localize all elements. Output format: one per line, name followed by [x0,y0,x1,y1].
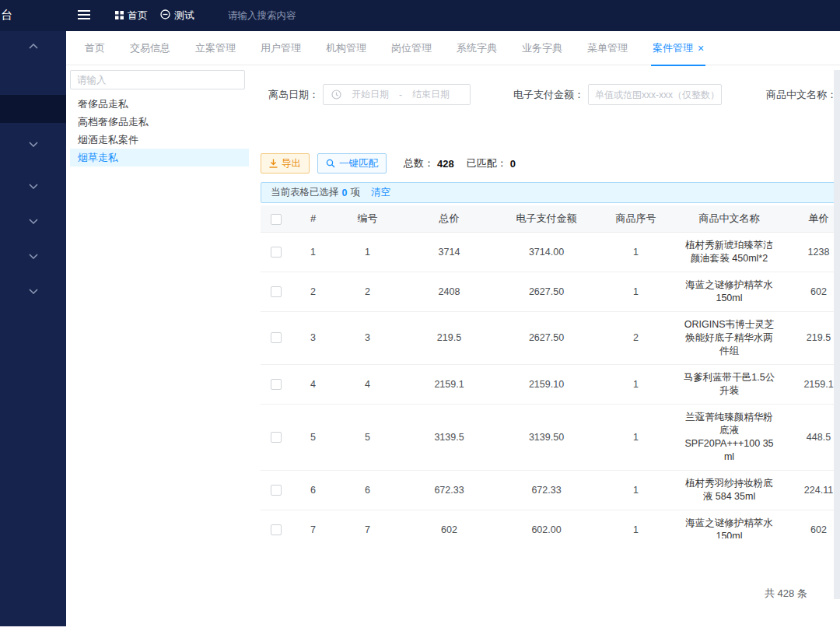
download-icon [269,159,278,168]
cell-seq: 1 [595,364,677,404]
tab-item[interactable]: 岗位管理 [379,31,444,65]
cell-epay: 602.00 [498,510,595,538]
one-click-match-button[interactable]: 一键匹配 [317,153,387,174]
amount-input[interactable] [588,84,722,105]
cell-seq: 1 [595,470,677,510]
tab-item[interactable]: 系统字典 [444,31,509,65]
column-header: 单价 [782,205,840,232]
close-tab-icon[interactable]: × [698,43,704,54]
chevron-down-icon[interactable] [0,289,66,294]
case-type-item[interactable]: 高档奢侈品走私 [70,113,249,131]
cell-epay: 2159.10 [498,364,595,404]
table-row: 442159.12159.101马爹利蓝带干邑1.5公升装2159.1 [261,364,840,404]
table-body: 1137143714.001植村秀新琥珀臻萃洁颜油套装 450ml*212382… [261,232,840,538]
case-type-panel: 奢侈品走私高档奢侈品走私烟酒走私案件烟草走私 [70,70,249,167]
date-range-picker[interactable]: 开始日期 - 结束日期 [323,84,471,105]
cell-epay: 2627.50 [498,272,595,311]
amount-filter-group: 电子支付金额： [513,84,722,105]
chevron-down-icon[interactable] [0,142,66,147]
tab-item[interactable]: 机构管理 [313,31,379,65]
cell-code: 5 [334,404,401,470]
cell-name: 海蓝之谜修护精萃水 150ml [677,272,782,311]
chevron-down-icon[interactable] [0,184,66,189]
select-all-checkbox[interactable] [271,214,282,225]
matched-label: 已匹配： [467,156,507,170]
minus-circle-icon [160,9,170,22]
table-row: 2224082627.501海蓝之谜修护精萃水 150ml602 [261,272,840,311]
column-header: 商品中文名称 [677,205,782,232]
filter-bar: 离岛日期： 开始日期 - 结束日期 电子支付金额： [261,84,840,106]
row-checkbox[interactable] [271,432,282,443]
row-checkbox[interactable] [271,485,282,496]
date-separator: - [399,89,402,100]
export-button[interactable]: 导出 [261,153,310,174]
tab-item[interactable]: 用户管理 [248,31,313,65]
scrollbar-track[interactable] [834,70,840,599]
tab-item[interactable]: 首页 [72,31,117,65]
cell-index: 4 [292,364,334,404]
tab-item[interactable]: 立案管理 [183,31,248,65]
tab-label: 业务字典 [522,41,562,55]
cell-name: 马爹利蓝带干邑1.5公升装 [677,364,782,404]
logo-text: 台 [1,8,12,23]
selection-count: 0 [342,188,348,198]
table-toolbar: 导出 一键匹配 总数： 428 已匹配： 0 [261,152,525,174]
amount-filter-label: 电子支付金额： [513,88,584,102]
tab-item[interactable]: 案件管理× [640,31,716,65]
case-type-item[interactable]: 烟酒走私案件 [70,131,249,149]
pagination-total: 共 428 条 [765,587,807,601]
topbar-test-link[interactable]: 测试 [160,0,194,31]
results-table: #编号总价电子支付金额商品序号商品中文名称单价 1137143714.001植村… [261,205,840,538]
clock-icon [331,89,341,100]
column-header: 商品序号 [595,205,677,232]
row-checkbox[interactable] [271,379,282,390]
case-type-item[interactable]: 奢侈品走私 [70,95,249,113]
selection-suffix: 项 [350,186,360,199]
cell-unit: 2159.1 [782,364,840,404]
export-button-label: 导出 [282,157,301,170]
cell-unit: 1238 [782,232,840,272]
cell-unit: 448.5 [782,404,840,470]
column-header: # [292,205,334,232]
cell-unit: 224.11 [782,470,840,510]
cell-code: 2 [334,272,401,311]
cell-total: 2408 [401,272,498,311]
cell-seq: 2 [595,311,677,364]
row-checkbox[interactable] [271,286,282,297]
table-header-row: #编号总价电子支付金额商品序号商品中文名称单价 [261,205,840,232]
tab-label: 交易信息 [130,41,170,55]
tab-label: 立案管理 [195,41,236,55]
chevron-up-icon[interactable] [0,44,66,49]
cell-unit: 602 [782,510,840,538]
tab-bar: 首页交易信息立案管理用户管理机构管理岗位管理系统字典业务字典菜单管理案件管理× [66,31,840,65]
sidebar-active-item[interactable] [0,95,66,123]
tab-item[interactable]: 交易信息 [117,31,183,65]
case-type-list: 奢侈品走私高档奢侈品走私烟酒走私案件烟草走私 [70,95,249,167]
cell-index: 6 [292,470,334,510]
global-search-input[interactable] [228,6,368,25]
column-header: 编号 [334,205,401,232]
row-checkbox[interactable] [271,247,282,258]
content-area: 奢侈品走私高档奢侈品走私烟酒走私案件烟草走私 离岛日期： 开始日期 - 结束日期 [66,65,840,638]
row-checkbox[interactable] [271,524,282,535]
cell-seq: 1 [595,510,677,538]
tab-item[interactable]: 业务字典 [509,31,575,65]
main-area: 首页交易信息立案管理用户管理机构管理岗位管理系统字典业务字典菜单管理案件管理× … [66,31,840,638]
topbar-home-label: 首页 [128,9,148,23]
case-type-item[interactable]: 烟草走私 [70,149,249,167]
case-search-input[interactable] [70,70,245,89]
cell-name: ORIGINS韦博士灵芝焕能好底子精华水两件组 [677,311,782,364]
cell-index: 1 [292,232,334,272]
topbar-home-link[interactable]: 首页 [115,0,148,31]
table-row: 66672.33672.331植村秀羽纱持妆粉底液 584 35ml224.11 [261,470,840,510]
row-checkbox[interactable] [271,332,282,343]
chevron-down-icon[interactable] [0,254,66,259]
total-label: 总数： [404,156,434,170]
tab-label: 岗位管理 [391,41,432,55]
tab-item[interactable]: 菜单管理 [575,31,640,65]
clear-selection-link[interactable]: 清空 [371,186,390,199]
hamburger-menu-icon[interactable] [77,9,91,24]
cell-name: 植村秀羽纱持妆粉底液 584 35ml [677,470,782,510]
date-filter-group: 离岛日期： 开始日期 - 结束日期 [268,84,471,105]
chevron-down-icon[interactable] [0,219,66,224]
